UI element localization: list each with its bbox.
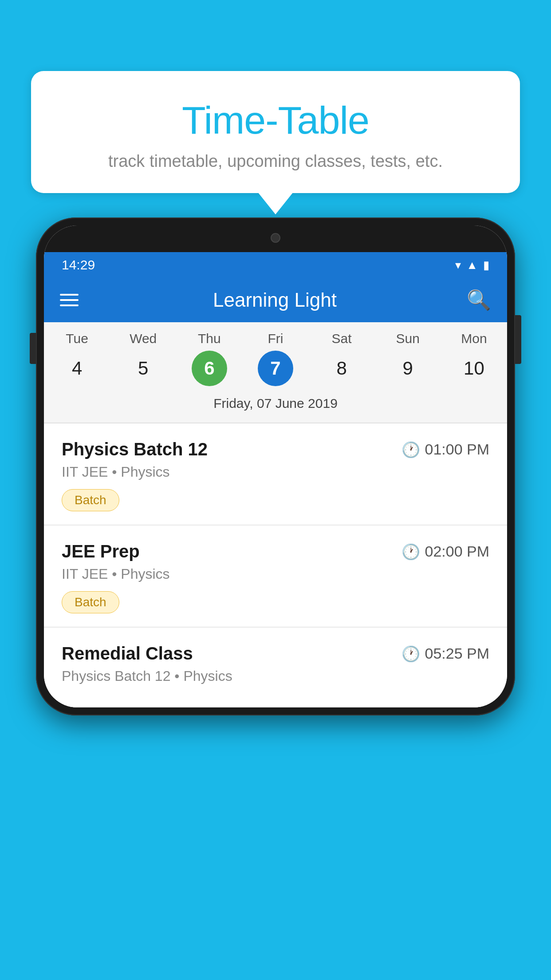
bubble-subtitle: track timetable, upcoming classes, tests… — [58, 152, 493, 171]
day-header-mon[interactable]: Mon — [441, 331, 507, 346]
schedule-item-1-header: Physics Batch 12 🕐 01:00 PM — [62, 439, 489, 459]
day-7-selected[interactable]: 7 — [258, 351, 293, 386]
schedule-time-3: 🕐 05:25 PM — [401, 645, 489, 663]
day-numbers: 4 5 6 7 8 9 10 — [44, 351, 507, 386]
day-6-today[interactable]: 6 — [192, 351, 227, 386]
app-title: Learning Light — [96, 289, 453, 311]
notch-bar — [44, 225, 507, 252]
schedule-time-2: 🕐 02:00 PM — [401, 543, 489, 561]
schedule-title-1: Physics Batch 12 — [62, 439, 208, 459]
day-8[interactable]: 8 — [309, 351, 375, 386]
day-header-sun[interactable]: Sun — [375, 331, 441, 346]
day-header-sat[interactable]: Sat — [309, 331, 375, 346]
status-bar: 14:29 ▾ ▲ ▮ — [44, 252, 507, 278]
schedule-title-3: Remedial Class — [62, 644, 193, 664]
menu-button[interactable] — [60, 294, 79, 306]
app-bar: Learning Light 🔍 — [44, 278, 507, 322]
signal-icon: ▲ — [466, 258, 478, 272]
calendar-strip: Tue Wed Thu Fri Sat Sun Mon 4 5 6 7 8 9 … — [44, 322, 507, 423]
clock-icon-2: 🕐 — [401, 543, 420, 561]
status-icons: ▾ ▲ ▮ — [455, 258, 489, 272]
batch-badge-2: Batch — [62, 591, 119, 613]
bubble-title: Time-Table — [58, 98, 493, 143]
battery-icon: ▮ — [483, 258, 489, 272]
schedule-list: Physics Batch 12 🕐 01:00 PM IIT JEE • Ph… — [44, 423, 507, 707]
clock-icon-1: 🕐 — [401, 441, 420, 458]
notch — [231, 225, 320, 250]
schedule-item-3-header: Remedial Class 🕐 05:25 PM — [62, 644, 489, 664]
speech-bubble: Time-Table track timetable, upcoming cla… — [31, 71, 520, 193]
search-icon[interactable]: 🔍 — [467, 288, 491, 312]
phone-inner: 14:29 ▾ ▲ ▮ Learning Light 🔍 — [44, 225, 507, 707]
phone-mockup: 14:29 ▾ ▲ ▮ Learning Light 🔍 — [36, 217, 515, 715]
schedule-subtitle-1: IIT JEE • Physics — [62, 464, 489, 480]
schedule-item-2[interactable]: JEE Prep 🕐 02:00 PM IIT JEE • Physics Ba… — [44, 526, 507, 628]
clock-icon-3: 🕐 — [401, 645, 420, 663]
day-header-wed[interactable]: Wed — [110, 331, 176, 346]
batch-badge-1: Batch — [62, 489, 119, 511]
schedule-item-1[interactable]: Physics Batch 12 🕐 01:00 PM IIT JEE • Ph… — [44, 423, 507, 526]
day-headers: Tue Wed Thu Fri Sat Sun Mon — [44, 331, 507, 346]
selected-date-label: Friday, 07 June 2019 — [44, 391, 507, 418]
schedule-item-3[interactable]: Remedial Class 🕐 05:25 PM Physics Batch … — [44, 628, 507, 707]
wifi-icon: ▾ — [455, 258, 461, 272]
schedule-time-value-1: 01:00 PM — [425, 441, 489, 458]
schedule-subtitle-2: IIT JEE • Physics — [62, 566, 489, 582]
schedule-time-1: 🕐 01:00 PM — [401, 441, 489, 458]
schedule-title-2: JEE Prep — [62, 541, 140, 561]
camera — [271, 233, 280, 243]
day-10[interactable]: 10 — [441, 351, 507, 386]
schedule-time-value-2: 02:00 PM — [425, 543, 489, 560]
day-4[interactable]: 4 — [44, 351, 110, 386]
status-time: 14:29 — [62, 257, 95, 273]
schedule-subtitle-3: Physics Batch 12 • Physics — [62, 668, 489, 684]
schedule-time-value-3: 05:25 PM — [425, 645, 489, 662]
day-header-fri[interactable]: Fri — [242, 331, 308, 346]
schedule-item-2-header: JEE Prep 🕐 02:00 PM — [62, 541, 489, 561]
day-header-thu[interactable]: Thu — [176, 331, 242, 346]
day-9[interactable]: 9 — [375, 351, 441, 386]
speech-bubble-container: Time-Table track timetable, upcoming cla… — [31, 71, 520, 193]
day-5[interactable]: 5 — [110, 351, 176, 386]
phone-outer: 14:29 ▾ ▲ ▮ Learning Light 🔍 — [36, 217, 515, 715]
day-header-tue[interactable]: Tue — [44, 331, 110, 346]
